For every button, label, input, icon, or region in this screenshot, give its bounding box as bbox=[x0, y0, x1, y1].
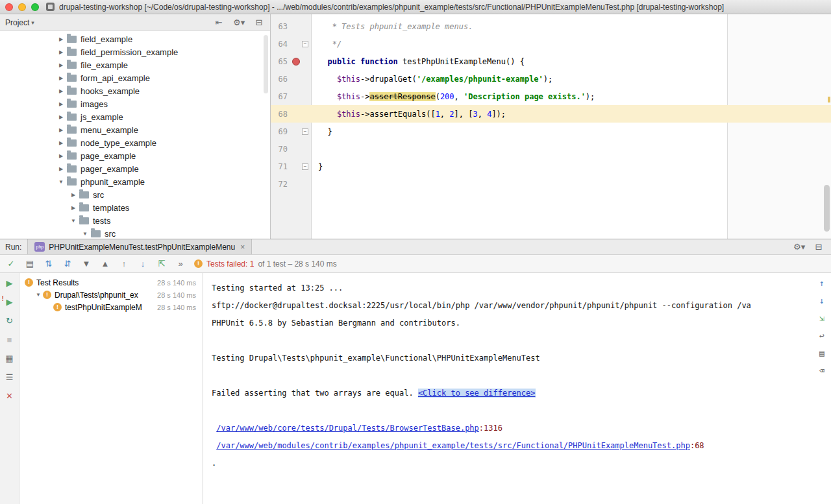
chevron-right-icon[interactable]: ▶ bbox=[68, 205, 79, 211]
project-tree-item-src[interactable]: ▼src bbox=[0, 227, 270, 239]
next-failed-test-icon[interactable]: ↓ bbox=[137, 259, 149, 269]
traffic-light-minimize[interactable] bbox=[18, 3, 26, 11]
chevron-down-icon[interactable]: ▾ bbox=[31, 19, 34, 26]
project-tree-item-file_example[interactable]: ▶file_example bbox=[0, 58, 270, 71]
console-link[interactable]: /var/www/web/modules/contrib/examples/ph… bbox=[216, 441, 690, 450]
chevron-right-icon[interactable]: ▶ bbox=[56, 140, 66, 146]
close-icon[interactable]: ✕ bbox=[4, 391, 16, 402]
code-line-67[interactable]: 67 $this->assertResponse(200, 'Descripti… bbox=[271, 88, 831, 105]
tree-item-label: node_type_example bbox=[81, 138, 156, 148]
chevron-down-icon[interactable]: ▼ bbox=[56, 179, 66, 185]
chevron-right-icon[interactable]: ▶ bbox=[56, 153, 66, 159]
test-tree-item[interactable]: !Test Results28 s 140 ms bbox=[19, 276, 203, 289]
rerun-test-icon[interactable]: ▶ bbox=[4, 278, 16, 289]
previous-failed-test-icon[interactable]: ↑ bbox=[118, 259, 130, 269]
test-name: Drupal\Tests\phpunit_ex bbox=[55, 291, 138, 300]
project-tree-item-phpunit_example[interactable]: ▼phpunit_example bbox=[0, 175, 270, 188]
hide-panel-icon[interactable]: ⊟ bbox=[253, 18, 265, 28]
project-tree-item-src[interactable]: ▶src bbox=[0, 188, 270, 201]
console-link[interactable]: /var/www/web/core/tests/Drupal/Tests/Bro… bbox=[216, 424, 479, 433]
up-stacktrace-icon[interactable]: ↑ bbox=[816, 278, 828, 289]
chevron-right-icon[interactable]: ▶ bbox=[56, 101, 66, 107]
chevron-down-icon[interactable]: ▼ bbox=[80, 231, 90, 237]
test-console[interactable]: Testing started at 13:25 ...sftp://docke… bbox=[203, 273, 831, 504]
sort-alphabetically-icon[interactable]: ⇵ bbox=[62, 259, 73, 269]
clear-console-icon[interactable]: ⌫ bbox=[816, 366, 828, 376]
toolbar-overflow-icon[interactable]: » bbox=[175, 259, 186, 269]
code-line-68[interactable]: 68 $this->assertEquals([1, 2], [3, 4]); bbox=[271, 105, 831, 123]
show-passed-icon[interactable]: ✓ bbox=[5, 259, 17, 269]
chevron-down-icon[interactable]: ▼ bbox=[68, 218, 79, 224]
project-tree-item-images[interactable]: ▶images bbox=[0, 97, 270, 110]
sort-by-duration-icon[interactable]: ⇅ bbox=[43, 259, 55, 269]
test-tree-item[interactable]: !testPhpUnitExampleM28 s 140 ms bbox=[19, 301, 203, 313]
line-number: 66 bbox=[271, 75, 288, 84]
code-line-70[interactable]: 70 bbox=[271, 140, 831, 158]
project-tree-item-field_permission_example[interactable]: ▶field_permission_example bbox=[0, 45, 270, 58]
print-icon[interactable]: ▤ bbox=[816, 348, 828, 359]
code-line-71[interactable]: 71−} bbox=[271, 158, 831, 175]
project-tree-item-field_example[interactable]: ▶field_example bbox=[0, 32, 270, 45]
hide-panel-icon[interactable]: ⊟ bbox=[813, 242, 825, 252]
code-line-66[interactable]: 66 $this->drupalGet('/examples/phpunit-e… bbox=[271, 70, 831, 88]
chevron-right-icon[interactable]: ▶ bbox=[56, 127, 66, 133]
chevron-right-icon[interactable]: ▶ bbox=[56, 49, 66, 55]
code-editor[interactable]: 63 * Tests phpunit_example menus.64− */6… bbox=[271, 14, 831, 239]
project-tree-item-form_api_example[interactable]: ▶form_api_example bbox=[0, 71, 270, 84]
traffic-light-zoom[interactable] bbox=[31, 3, 39, 11]
down-stacktrace-icon[interactable]: ↓ bbox=[816, 296, 828, 306]
warning-stripe-mark[interactable] bbox=[828, 97, 830, 102]
project-tree-item-pager_example[interactable]: ▶pager_example bbox=[0, 162, 270, 175]
code-line-72[interactable]: 72 bbox=[271, 175, 831, 193]
editor-scrollbar[interactable] bbox=[824, 185, 830, 232]
tree-item-label: file_example bbox=[81, 60, 128, 70]
pin-tab-icon[interactable]: ☰ bbox=[4, 372, 16, 383]
chevron-right-icon[interactable]: ▶ bbox=[56, 114, 66, 120]
settings-icon[interactable]: ⚙▾ bbox=[793, 242, 805, 252]
collapse-all-icon[interactable]: ⇤ bbox=[213, 18, 225, 28]
project-tree-item-hooks_example[interactable]: ▶hooks_example bbox=[0, 84, 270, 97]
project-tree-item-page_example[interactable]: ▶page_example bbox=[0, 149, 270, 162]
console-line: Testing Drupal\Tests\phpunit_example\Fun… bbox=[212, 350, 812, 367]
import-test-results-icon[interactable]: ⇱ bbox=[156, 259, 167, 269]
restore-layout-icon[interactable]: ▦ bbox=[4, 354, 16, 364]
code-line-65[interactable]: 65 public function testPhpUnitExampleMen… bbox=[271, 53, 831, 70]
project-tree-item-tests[interactable]: ▼tests bbox=[0, 214, 270, 227]
code-line-64[interactable]: 64− */ bbox=[271, 35, 831, 53]
project-tree-item-node_type_example[interactable]: ▶node_type_example bbox=[0, 136, 270, 149]
project-tree-item-templates[interactable]: ▶templates bbox=[0, 201, 270, 214]
stop-icon[interactable]: ■ bbox=[4, 335, 16, 345]
run-side-toolbar: ▶▶!↻■▦☰✕ bbox=[0, 273, 19, 504]
test-tree-item[interactable]: ▼!Drupal\Tests\phpunit_ex28 s 140 ms bbox=[19, 289, 203, 301]
test-failed-gutter-icon[interactable] bbox=[292, 58, 300, 66]
fold-icon[interactable]: − bbox=[302, 128, 308, 135]
code-line-63[interactable]: 63 * Tests phpunit_example menus. bbox=[271, 18, 831, 35]
rerun-failed-tests-icon[interactable]: ▶! bbox=[4, 297, 16, 307]
chevron-right-icon[interactable]: ▶ bbox=[56, 62, 66, 68]
expand-all-icon[interactable]: ▼ bbox=[81, 259, 92, 269]
console-link[interactable]: <Click to see difference> bbox=[418, 389, 536, 398]
show-console-icon[interactable]: ▤ bbox=[24, 259, 36, 269]
chevron-right-icon[interactable]: ▶ bbox=[56, 88, 66, 94]
collapse-all-icon[interactable]: ▲ bbox=[99, 259, 111, 269]
traffic-light-close[interactable] bbox=[5, 3, 13, 11]
soft-wrap-icon[interactable]: ↩ bbox=[816, 331, 828, 341]
project-header-label[interactable]: Project bbox=[5, 18, 29, 27]
chevron-right-icon[interactable]: ▶ bbox=[56, 166, 66, 172]
fold-icon[interactable]: − bbox=[302, 41, 308, 47]
close-icon[interactable]: × bbox=[240, 243, 245, 252]
project-scrollbar[interactable] bbox=[264, 35, 268, 93]
project-tree-item-js_example[interactable]: ▶js_example bbox=[0, 110, 270, 123]
settings-icon[interactable]: ⚙▾ bbox=[233, 18, 245, 28]
project-tree-item-menu_example[interactable]: ▶menu_example bbox=[0, 123, 270, 136]
chevron-right-icon[interactable]: ▶ bbox=[68, 192, 79, 198]
project-panel: Project ▾ ⇤⚙▾⊟ ▶field_example▶field_perm… bbox=[0, 14, 271, 239]
jump-to-source-icon[interactable]: ⇲ bbox=[816, 313, 828, 324]
run-tab[interactable]: php PHPUnitExampleMenuTest.testPhpUnitEx… bbox=[27, 239, 252, 254]
chevron-down-icon[interactable]: ▼ bbox=[34, 292, 43, 298]
chevron-right-icon[interactable]: ▶ bbox=[56, 36, 66, 42]
code-line-69[interactable]: 69− } bbox=[271, 123, 831, 140]
toggle-auto-test-icon[interactable]: ↻ bbox=[4, 316, 16, 326]
chevron-right-icon[interactable]: ▶ bbox=[56, 75, 66, 81]
fold-icon[interactable]: − bbox=[302, 163, 308, 170]
